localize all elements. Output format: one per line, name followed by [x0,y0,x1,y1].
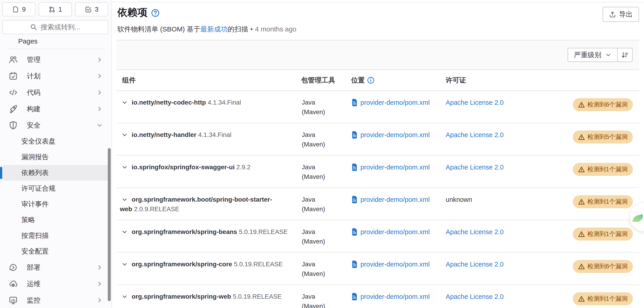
deploy-icon [9,263,18,272]
sidebar-item-deploy[interactable]: 部署 [3,259,108,276]
warning-triangle-icon [578,198,585,205]
sidebar-item-label: 运维 [27,279,96,289]
sidebar-item-license-compliance[interactable]: 许可证合规 [3,181,108,196]
location-cell: provider-demo/pom.xml [342,130,437,140]
component-name: io.springfox/springfox-swagger-ui [132,164,235,171]
sidebar-item-security[interactable]: 安全 [3,117,108,133]
chevron-right-icon [96,297,103,303]
location-link[interactable]: provider-demo/pom.xml [360,292,430,302]
info-icon[interactable] [367,77,374,84]
vulnerability-badge[interactable]: 检测到1个漏洞 [573,163,633,176]
export-button[interactable]: 导出 [602,7,639,22]
location-link[interactable]: provider-demo/pom.xml [360,259,430,269]
todos-count-button[interactable]: 3 [75,2,108,17]
component-version: 5.0.19.RELEASE [233,293,282,300]
vulnerability-badge[interactable]: 检测到6个漏洞 [573,260,633,273]
severity-filter-label: 严重级别 [574,50,601,60]
latest-successful-scan-link[interactable]: 最新成功 [200,25,228,33]
location-link[interactable]: provider-demo/pom.xml [360,163,430,173]
sidebar-item-audit-events[interactable]: 审计事件 [3,196,108,212]
badge-cell: 检测到1个漏洞 [573,195,639,208]
sidebar-item-label: 安全配置 [22,247,103,256]
search-input[interactable]: 搜索或转到... [2,20,108,34]
vulnerability-badge[interactable]: 检测到1个漏洞 [573,195,633,208]
location-link[interactable]: provider-demo/pom.xml [360,98,430,108]
table-header: 组件 包管理工具 位置 许可证 [117,70,639,91]
table-row: io.springfox/springfox-swagger-ui 2.9.2J… [117,156,639,188]
location-link[interactable]: provider-demo/pom.xml [360,195,430,205]
license-link[interactable]: Apache License 2.0 [446,164,504,171]
sidebar-item-dependency-list[interactable]: 依赖列表 [3,165,108,181]
question-icon[interactable] [151,9,160,17]
sidebar-item-label: Pages [18,37,38,45]
sidebar-nav: 管理计划代码构建安全安全仪表盘漏洞报告依赖列表许可证合规审计事件策略按需扫描安全… [0,52,112,308]
sidebar-item-operate[interactable]: 运维 [3,276,108,292]
license-link[interactable]: Apache License 2.0 [446,131,504,138]
badge-cell: 检测到1个漏洞 [573,163,639,176]
component-cell: org.springframework/spring-core 5.0.19.R… [117,259,296,269]
vulnerability-badge-label: 检测到1个漏洞 [588,165,628,174]
package-manager-cell: Java (Maven) [296,130,342,149]
badge-cell: 检测到1个漏洞 [573,292,639,305]
page-title: 依赖项 [117,7,147,18]
component-cell: io.springfox/springfox-swagger-ui 2.9.2 [117,163,296,172]
issues-count-button[interactable]: 9 [2,2,36,17]
sidebar-item-plan[interactable]: 计划 [3,68,108,84]
warning-triangle-icon [578,101,585,108]
warning-triangle-icon [578,295,585,302]
sort-direction-button[interactable] [618,48,632,62]
vulnerability-badge[interactable]: 检测到6个漏洞 [573,98,633,111]
chevron-down-icon[interactable] [122,196,128,203]
chevron-down-icon[interactable] [122,293,128,300]
location-link[interactable]: provider-demo/pom.xml [360,130,430,140]
sidebar-item-label: 许可证合规 [22,184,103,193]
chevron-down-icon[interactable] [122,261,128,267]
sidebar-item-security-dashboard[interactable]: 安全仪表盘 [3,133,108,149]
vulnerability-badge[interactable]: 检测到1个漏洞 [573,292,633,305]
document-icon [351,196,358,203]
sidebar-item-on-demand-scans[interactable]: 按需扫描 [3,228,108,244]
sidebar-item-pages[interactable]: Pages [0,35,112,47]
location-cell: provider-demo/pom.xml [342,98,437,108]
chevron-right-icon [96,264,103,271]
sidebar-scrollbar[interactable] [108,148,111,301]
location-link[interactable]: provider-demo/pom.xml [360,227,430,237]
chevron-down-icon[interactable] [122,229,128,235]
package-manager-cell: Java (Maven) [296,292,342,308]
chevron-down-icon[interactable] [122,132,128,138]
badge-cell: 检测到6个漏洞 [573,259,639,273]
sidebar-item-policies[interactable]: 策略 [3,212,108,228]
sidebar-item-code[interactable]: 代码 [3,84,108,101]
sidebar-item-security-configuration[interactable]: 安全配置 [3,244,108,259]
table-row: org.springframework/spring-core 5.0.19.R… [117,253,639,285]
sidebar-item-vulnerability-report[interactable]: 漏洞报告 [3,149,108,165]
users-icon [9,55,18,64]
component-cell: org.springframework.boot/spring-boot-sta… [117,195,296,214]
chevron-down-icon[interactable] [122,99,128,106]
component-cell: io.netty/netty-handler 4.1.34.Final [117,130,296,140]
license-link[interactable]: Apache License 2.0 [446,99,504,106]
upload-icon [609,11,616,18]
page-subtitle: 软件物料清单 (SBOM) 基于最新成功的扫描•4 months ago [112,22,644,34]
sidebar-item-label: 构建 [27,104,96,114]
license-link[interactable]: Apache License 2.0 [446,261,504,268]
license-cell: Apache License 2.0 [437,292,573,302]
column-header-component: 组件 [117,76,296,85]
sidebar-item-build[interactable]: 构建 [3,101,108,117]
page: 9 1 3 搜索或转到... Pages [0,0,644,308]
badge-cell: 检测到5个漏洞 [573,130,639,143]
vulnerability-badge[interactable]: 检测到5个漏洞 [573,130,633,143]
search-icon [30,24,37,31]
sidebar-item-monitor[interactable]: 监控 [3,292,108,308]
severity-filter-dropdown[interactable]: 严重级别 [568,48,618,62]
subtitle-separator: • [250,25,253,33]
license-link[interactable]: Apache License 2.0 [446,228,504,236]
vulnerability-badge[interactable]: 检测到1个漏洞 [573,228,633,241]
license-link[interactable]: Apache License 2.0 [446,293,504,300]
merge-requests-count-button[interactable]: 1 [39,2,72,17]
sidebar-item-label: 管理 [27,55,96,64]
license-cell: Apache License 2.0 [437,259,573,269]
sidebar-item-manage[interactable]: 管理 [3,52,108,68]
sidebar-item-label: 安全仪表盘 [22,137,103,146]
chevron-down-icon[interactable] [122,164,128,171]
